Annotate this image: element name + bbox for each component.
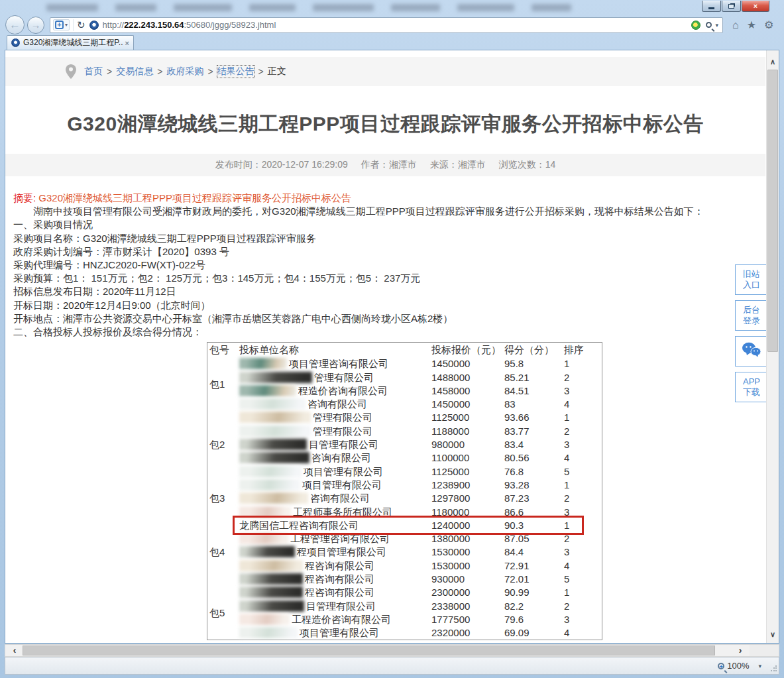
content-viewport: 首页>交易信息>政府采购>结果公告>正文 G320湘潭绕城线三期工程PPP项目过… xyxy=(5,50,779,644)
summary-label: 摘要: xyxy=(13,192,36,203)
url-text[interactable]: http://222.243.150.64:50680/jggg/58923.j… xyxy=(103,20,692,30)
refresh-icon[interactable]: ↻ xyxy=(77,19,85,31)
restore-button[interactable] xyxy=(722,1,741,12)
bidder-name: 目管理有限公司 xyxy=(309,439,378,450)
blurred-tab xyxy=(249,4,296,11)
home-icon[interactable]: ⌂ xyxy=(732,19,739,31)
tab-close-icon[interactable]: × xyxy=(125,39,129,47)
breadcrumb-link-4[interactable]: 结果公告 xyxy=(217,66,254,78)
rank-cell: 4 xyxy=(562,559,602,573)
zoom-dropdown-caret[interactable]: ▾ xyxy=(758,663,761,669)
blurred-tab xyxy=(115,4,156,11)
old-site-entry-button[interactable]: 旧站入口 xyxy=(735,264,768,295)
redacted-company-name xyxy=(239,627,298,638)
horizontal-scroll-thumb[interactable] xyxy=(23,646,715,655)
rank-cell: 4 xyxy=(562,398,602,411)
address-bar[interactable]: + ▾ ↻ http://222.243.150.64:50680/jggg/5… xyxy=(50,17,723,33)
search-icon[interactable] xyxy=(706,22,712,28)
horizontal-scrollbar[interactable]: ‹ › xyxy=(5,644,779,657)
minimize-button[interactable] xyxy=(702,1,721,12)
bidder-name: 工程管理咨询有限公司 xyxy=(290,533,390,544)
wechat-button[interactable] xyxy=(735,336,768,367)
table-row: 程咨询有限公司153000072.914 xyxy=(237,559,602,573)
redacted-company-name xyxy=(239,506,291,518)
article-meta: 发布时间：2020-12-07 16:29:09作者：湘潭市来源：湘潭市浏览次数… xyxy=(5,154,765,176)
scroll-up-icon[interactable]: ∧ xyxy=(767,56,779,68)
score-cell: 84.4 xyxy=(502,545,562,559)
scroll-down-icon[interactable]: ∨ xyxy=(767,629,779,640)
bidder-name-cell: 程咨询有限公司 xyxy=(237,586,429,599)
package-label: 包3 xyxy=(207,479,237,519)
vertical-scrollbar[interactable]: ∧ ∨ xyxy=(766,50,779,643)
compatibility-view-button[interactable]: + ▾ xyxy=(53,19,70,30)
table-row: 管理有限公司112500093.661 xyxy=(237,411,602,424)
score-cell: 90.99 xyxy=(502,586,562,599)
bid-price-cell: 1458000 xyxy=(429,384,502,398)
resize-grip[interactable] xyxy=(770,665,777,672)
table-package-group: 包3项目管理有限公司123890093.281咨询有限公司129780087.2… xyxy=(207,479,602,519)
article-meta-item: 浏览次数：14 xyxy=(499,159,556,171)
settings-gear-icon[interactable]: ⚙ xyxy=(764,19,773,31)
score-cell: 83.4 xyxy=(502,438,562,451)
table-row: 工程造价咨询有限公司177750079.63 xyxy=(237,613,602,626)
redacted-company-name xyxy=(239,385,296,396)
forward-button[interactable]: → xyxy=(27,17,44,34)
zoom-magnifier-icon[interactable]: + xyxy=(718,663,724,669)
bid-price-cell: 1380000 xyxy=(429,532,502,545)
rank-cell: 3 xyxy=(562,545,602,559)
breadcrumb-separator: > xyxy=(157,66,162,77)
bid-price-cell: 1777500 xyxy=(429,613,502,626)
search-dropdown-caret[interactable]: ▾ xyxy=(715,22,718,28)
bidder-name: 程造价咨询有限公司 xyxy=(298,385,388,396)
breadcrumb: 首页>交易信息>政府采购>结果公告>正文 xyxy=(5,57,765,86)
bid-price-cell: 1488000 xyxy=(429,371,502,384)
breadcrumb-link-2[interactable]: 交易信息 xyxy=(116,66,153,78)
bidder-name-cell: 工程师事务所有限公司 xyxy=(237,506,429,519)
bidder-name: 项目管理有限公司 xyxy=(304,466,383,477)
zoom-level[interactable]: 100% xyxy=(727,661,749,671)
rank-cell: 1 xyxy=(562,479,602,492)
bidder-name-cell: 程咨询有限公司 xyxy=(237,559,429,573)
favorites-star-icon[interactable]: ★ xyxy=(747,19,756,31)
bid-price-cell: 1450000 xyxy=(429,398,502,411)
redacted-company-name xyxy=(239,533,288,544)
scroll-left-icon[interactable]: ‹ xyxy=(8,645,21,656)
table-header-cell: 排序 xyxy=(562,343,602,357)
table-row: 工程师事务所有限公司118000086.63 xyxy=(237,506,602,519)
bidder-name-cell: 目管理有限公司 xyxy=(237,438,429,451)
score-cell: 87.05 xyxy=(502,532,562,545)
close-button[interactable]: × xyxy=(742,1,769,12)
rank-cell: 4 xyxy=(562,626,602,640)
score-cell: 95.8 xyxy=(502,357,562,370)
browser-tab[interactable]: G320湘潭绕城线三期工程P... × xyxy=(7,35,134,50)
back-button[interactable]: ← xyxy=(5,15,25,34)
side-button-label: 后台 xyxy=(743,305,760,315)
table-header-cell: 投标单位名称 xyxy=(237,343,429,357)
score-cell: 83 xyxy=(502,398,562,411)
app-download-button[interactable]: APP下载 xyxy=(735,372,768,402)
compatibility-icon: + xyxy=(55,21,64,29)
rank-cell: 2 xyxy=(562,371,602,384)
vertical-scroll-thumb[interactable] xyxy=(767,70,778,352)
breadcrumb-link-3[interactable]: 政府采购 xyxy=(166,66,203,78)
redacted-company-name xyxy=(239,573,303,585)
table-package-group: 包1项目管理咨询有限公司145000095.81管理有限公司148800085.… xyxy=(207,357,602,411)
tab-bar: G320湘潭绕城线三期工程P... × xyxy=(0,35,784,50)
package-rows: 项目管理咨询有限公司145000095.81管理有限公司148800085.21… xyxy=(237,357,602,411)
rank-cell: 1 xyxy=(562,411,602,424)
table-row: 目管理有限公司233800082.22 xyxy=(237,600,602,613)
score-cell: 87.23 xyxy=(502,492,562,505)
breadcrumb-link-1[interactable]: 首页 xyxy=(84,66,103,78)
backend-login-button[interactable]: 后台登录 xyxy=(735,300,768,331)
site-safety-icon[interactable] xyxy=(691,21,700,30)
table-header-row: 包号投标单位名称投标报价（元）得分（分）排序 xyxy=(207,343,602,357)
tab-title: G320湘潭绕城线三期工程P... xyxy=(23,37,123,48)
bidder-name-cell: 龙腾国信工程咨询有限公司 xyxy=(237,519,429,532)
bid-price-cell: 1530000 xyxy=(429,559,502,573)
bidder-name-cell: 工程管理咨询有限公司 xyxy=(237,532,429,545)
table-row: 龙腾国信工程咨询有限公司124000090.31 xyxy=(237,519,602,532)
window-controls: × xyxy=(701,1,769,12)
scroll-right-icon[interactable]: › xyxy=(734,645,747,656)
article-paragraph: 招标信息发布日期：2020年11月12日 xyxy=(13,285,757,298)
bidder-name: 咨询有限公司 xyxy=(310,492,370,504)
